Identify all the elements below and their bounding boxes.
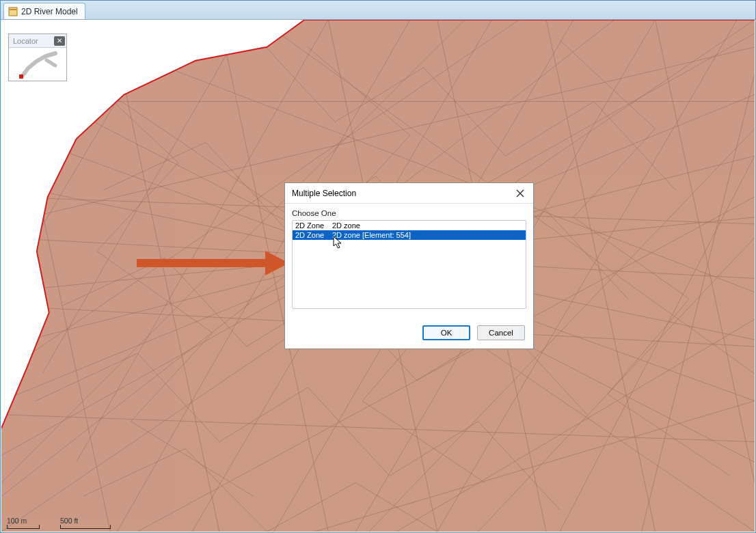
svg-rect-1 [10,9,16,10]
list-item-type: 2D Zone [295,230,327,240]
selection-listbox[interactable]: 2D Zone2D zone2D Zone2D zone [Element: 5… [292,220,526,309]
tab-title: 2D River Model [21,7,78,16]
scale-imperial-label: 500 ft [60,517,78,525]
svg-rect-0 [9,8,17,16]
tab-river-model[interactable]: 2D River Model [3,3,85,19]
list-item[interactable]: 2D Zone2D zone [293,221,526,230]
locator-map[interactable] [9,48,66,81]
locator-title: Locator [13,37,54,45]
multiple-selection-dialog: Multiple Selection Choose One 2D Zone2D … [284,182,534,349]
tab-strip: 2D River Model [1,1,755,20]
dialog-titlebar[interactable]: Multiple Selection [285,183,533,204]
scale-metric-label: 100 m [7,517,27,525]
locator-header[interactable]: Locator ✕ [9,34,66,48]
document-icon [8,7,18,16]
dialog-title: Multiple Selection [292,189,513,198]
list-item-label: 2D zone [Element: 554] [332,230,411,240]
close-icon[interactable]: ✕ [54,36,65,46]
dialog-label: Choose One [292,209,526,217]
svg-rect-2 [19,74,23,79]
locator-panel[interactable]: Locator ✕ [8,33,67,81]
scale-rulers: 100 m 500 ft [7,517,111,529]
list-item[interactable]: 2D Zone2D zone [Element: 554] [293,230,526,240]
list-item-label: 2D zone [332,221,360,230]
app-window: 2D River Model [0,0,756,533]
list-item-type: 2D Zone [295,221,327,230]
close-icon[interactable] [513,187,528,200]
ok-button[interactable]: OK [422,325,470,340]
cancel-button[interactable]: Cancel [477,325,525,340]
